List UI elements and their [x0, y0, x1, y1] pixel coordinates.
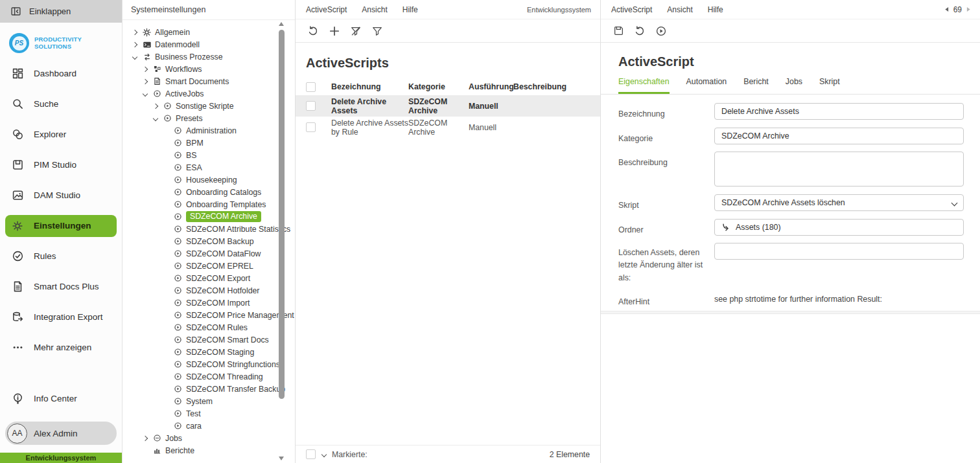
- sidebar-item-rules[interactable]: Rules: [0, 241, 122, 271]
- tree-item-berichte[interactable]: Berichte: [122, 444, 295, 457]
- tree-item-administration[interactable]: Administration: [122, 124, 295, 137]
- filter-button[interactable]: [369, 23, 385, 39]
- tree-item-sdzecom-import[interactable]: SDZeCOM Import: [122, 297, 295, 309]
- sidebar-item-dashboard[interactable]: Dashboard: [0, 58, 122, 89]
- tree-item-activejobs[interactable]: ActiveJobs: [122, 87, 295, 100]
- tree-item-sdzecom-attribute-statistics[interactable]: SDZeCOM Attribute Statistics: [122, 223, 295, 235]
- tab-eigenschaften[interactable]: Eigenschaften: [618, 77, 670, 94]
- tree-item-system[interactable]: System: [122, 395, 295, 407]
- tree-item-bs[interactable]: BS: [122, 149, 295, 161]
- tree-item-presets[interactable]: Presets: [122, 112, 295, 124]
- sidebar-item-info-center[interactable]: Info Center: [0, 383, 122, 414]
- user-menu[interactable]: AA Alex Admin: [5, 422, 117, 445]
- row-checkbox[interactable]: [306, 122, 316, 132]
- run-button[interactable]: [653, 23, 669, 39]
- tab-skript[interactable]: Skript: [819, 77, 840, 94]
- menu-ansicht[interactable]: Ansicht: [362, 5, 387, 14]
- tree-item-allgemein[interactable]: Allgemein: [122, 26, 295, 38]
- tree-item-sdzecom-threading[interactable]: SDZeCOM Threading: [122, 370, 295, 383]
- tree-right-chevron-icon[interactable]: [141, 436, 149, 440]
- tree-scrollbar[interactable]: [279, 22, 285, 460]
- refresh-button[interactable]: [305, 23, 321, 39]
- loeschen-field[interactable]: [714, 243, 964, 260]
- tree-item-sdzecom-eprel[interactable]: SDZeCOM EPREL: [122, 260, 295, 272]
- sidebar-item-mehr-anzeigen[interactable]: Mehr anzeigen: [0, 332, 122, 363]
- refresh-button[interactable]: [632, 23, 648, 39]
- row-checkbox[interactable]: [306, 101, 316, 111]
- sidebar-item-pim-studio[interactable]: PIM Studio: [0, 150, 122, 180]
- tab-bericht[interactable]: Bericht: [743, 77, 769, 94]
- tree-item-housekeeping[interactable]: Housekeeping: [122, 174, 295, 186]
- save-button[interactable]: [611, 23, 626, 39]
- kategorie-field[interactable]: [714, 128, 964, 144]
- column-bezeichnung[interactable]: Bezeichnung: [320, 82, 408, 91]
- tree-item-smart-documents[interactable]: Smart Documents: [122, 75, 295, 87]
- tree-right-chevron-icon[interactable]: [130, 43, 139, 47]
- scrollbar-thumb[interactable]: [279, 30, 285, 399]
- sidebar-item-integration-export[interactable]: Integration Export: [0, 302, 122, 332]
- tree-item-sdzecom-staging[interactable]: SDZeCOM Staging: [122, 346, 295, 358]
- marked-label[interactable]: Markierte:: [332, 450, 368, 459]
- tree-right-chevron-icon[interactable]: [141, 80, 149, 84]
- tree-right-chevron-icon[interactable]: [130, 30, 139, 34]
- menu-activescript[interactable]: ActiveScript: [306, 5, 347, 14]
- sidebar-item-explorer[interactable]: Explorer: [0, 119, 122, 150]
- tree-item-datenmodell[interactable]: Datenmodell: [122, 38, 295, 51]
- menu-ansicht[interactable]: Ansicht: [667, 5, 692, 14]
- tree-item-sdzecom-export[interactable]: SDZeCOM Export: [122, 272, 295, 284]
- table-row-delete-archive-assets-by-rule[interactable]: Delete Archive Assets by RuleSDZeCOM Arc…: [296, 117, 600, 138]
- tree-down-chevron-icon[interactable]: [141, 92, 149, 96]
- menu-hilfe[interactable]: Hilfe: [708, 5, 723, 14]
- tree-item-esa[interactable]: ESA: [122, 161, 295, 174]
- tree-item-workflows[interactable]: Workflows: [122, 63, 295, 75]
- tree-item-business-prozesse[interactable]: Business Prozesse: [122, 51, 295, 63]
- play-icon: [173, 163, 183, 172]
- tree-down-chevron-icon[interactable]: [151, 117, 159, 120]
- tree-item-cara[interactable]: cara: [122, 420, 295, 432]
- chevron-down-icon[interactable]: [321, 451, 327, 457]
- tree-item-onboarding-catalogs[interactable]: Onboarding Catalogs: [122, 186, 295, 198]
- tree-item-sdzecom-archive[interactable]: SDZeCOM Archive: [122, 210, 295, 223]
- column-kategorie[interactable]: Kategorie: [408, 82, 469, 91]
- skript-select[interactable]: SDZeCOM Archive Assets löschen: [714, 194, 964, 211]
- tree-item-jobs[interactable]: Jobs: [122, 432, 295, 444]
- column-ausfuehrung[interactable]: Ausführung: [469, 82, 513, 91]
- tree-item-sonstige-skripte[interactable]: Sonstige Skripte: [122, 100, 295, 112]
- filter-off-button[interactable]: [348, 23, 364, 39]
- tree-item-sdzecom-price-management[interactable]: SDZeCOM Price Management: [122, 309, 295, 321]
- pager-prev-icon[interactable]: [944, 6, 949, 12]
- ordner-field[interactable]: Assets (180): [714, 219, 964, 236]
- tree-down-chevron-icon[interactable]: [130, 55, 139, 59]
- table-row-delete-archive-assets[interactable]: Delete Archive AssetsSDZeCOM ArchiveManu…: [296, 95, 600, 117]
- tree-item-sdzecom-transfer-backup[interactable]: SDZeCOM Transfer Backup: [122, 383, 295, 395]
- pager-next-icon[interactable]: [966, 6, 971, 12]
- collapse-button[interactable]: Einklappen: [0, 0, 122, 23]
- footer-checkbox[interactable]: [306, 449, 316, 459]
- select-all-checkbox[interactable]: [306, 82, 316, 92]
- scroll-up-icon[interactable]: [279, 22, 284, 26]
- tab-jobs[interactable]: Jobs: [786, 77, 802, 94]
- tree-item-sdzecom-stringfunctions[interactable]: SDZeCOM Stringfunctions: [122, 358, 295, 370]
- add-button[interactable]: [327, 23, 342, 39]
- tree-item-sdzecom-backup[interactable]: SDZeCOM Backup: [122, 235, 295, 247]
- column-beschreibung[interactable]: Beschreibung: [513, 82, 600, 91]
- tree-item-test[interactable]: Test: [122, 407, 295, 420]
- tree-item-sdzecom-dataflow[interactable]: SDZeCOM DataFlow: [122, 247, 295, 260]
- tree-item-sdzecom-rules[interactable]: SDZeCOM Rules: [122, 321, 295, 333]
- sidebar-item-smart-docs-plus[interactable]: Smart Docs Plus: [0, 271, 122, 302]
- bezeichnung-field[interactable]: [714, 103, 964, 120]
- sidebar-item-suche[interactable]: Suche: [0, 89, 122, 119]
- tree-right-chevron-icon[interactable]: [141, 67, 149, 71]
- tab-automation[interactable]: Automation: [686, 77, 727, 94]
- menu-activescript[interactable]: ActiveScript: [611, 5, 652, 14]
- sidebar-item-einstellungen[interactable]: Einstellungen: [0, 210, 122, 241]
- tree-right-chevron-icon[interactable]: [151, 104, 159, 108]
- beschreibung-field[interactable]: [714, 152, 964, 186]
- tree-item-bpm[interactable]: BPM: [122, 137, 295, 149]
- sidebar-item-dam-studio[interactable]: DAM Studio: [0, 180, 122, 210]
- scroll-down-icon[interactable]: [279, 457, 284, 460]
- menu-hilfe[interactable]: Hilfe: [402, 5, 418, 14]
- tree-item-sdzecom-hotfolder[interactable]: SDZeCOM Hotfolder: [122, 284, 295, 297]
- tree-item-sdzecom-smart-docs[interactable]: SDZeCOM Smart Docs: [122, 333, 295, 346]
- tree-item-onboarding-templates[interactable]: Onboarding Templates: [122, 198, 295, 210]
